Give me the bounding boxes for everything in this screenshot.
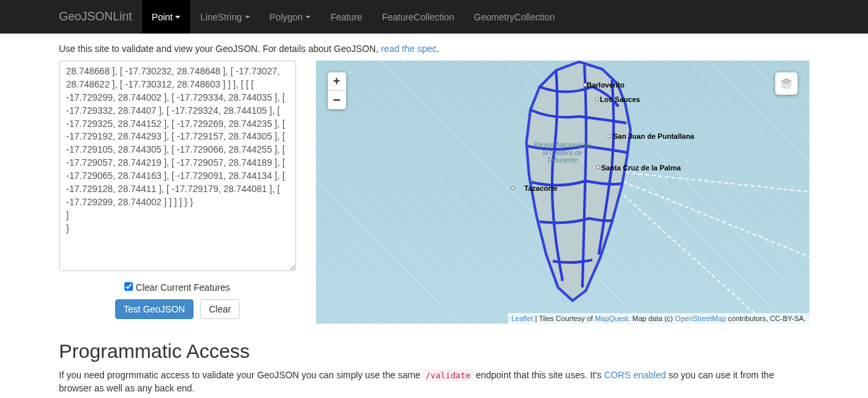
- city-dot: [607, 134, 611, 138]
- leaflet-link[interactable]: Leaflet: [511, 314, 533, 322]
- layers-button[interactable]: [775, 72, 798, 95]
- zoom-in-button[interactable]: +: [328, 72, 346, 91]
- brand[interactable]: GeoJSONLint: [49, 0, 142, 34]
- park-label: Parque Nacional de la Caldera de Taburie…: [533, 141, 592, 164]
- city-label: Barlovento: [587, 81, 625, 89]
- layers-icon: [780, 77, 793, 90]
- nav-item-featurecollection[interactable]: FeatureCollection: [372, 0, 464, 34]
- zoom-control: + −: [328, 72, 346, 109]
- city-dot: [511, 186, 515, 190]
- nav-item-polygon[interactable]: Polygon: [260, 0, 321, 34]
- map[interactable]: Parque Nacional de la Caldera de Taburie…: [316, 61, 809, 324]
- nav-item-geometrycollection[interactable]: GeometryCollection: [464, 0, 565, 34]
- cors-link[interactable]: CORS enabled: [604, 370, 666, 380]
- city-dot: [595, 97, 599, 101]
- nav-item-feature[interactable]: Feature: [320, 0, 372, 34]
- city-label: Santa Cruz de la Palma: [601, 164, 681, 172]
- mapquest-link[interactable]: MapQuest: [595, 314, 628, 322]
- validate-endpoint-code: /validate: [423, 369, 473, 382]
- chevron-down-icon: [305, 16, 311, 18]
- nav-item-point[interactable]: Point: [142, 0, 191, 34]
- navbar: GeoJSONLint Point LineString Polygon Fea…: [0, 0, 868, 34]
- city-dot: [596, 165, 600, 169]
- city-label: San Juan de Puntallana: [613, 132, 694, 140]
- city-label: Los Sauces: [600, 95, 640, 103]
- clear-features-label-wrap[interactable]: Clear Current Features: [124, 282, 230, 293]
- intro-text: Use this site to validate and view your …: [59, 43, 809, 54]
- nav-item-linestring[interactable]: LineString: [190, 0, 259, 34]
- chevron-down-icon: [245, 16, 250, 18]
- clear-features-checkbox[interactable]: [124, 282, 133, 291]
- test-geojson-button[interactable]: Test GeoJSON: [115, 299, 193, 319]
- chevron-down-icon: [175, 16, 180, 18]
- city-label: Tazacorte: [524, 184, 558, 192]
- clear-button[interactable]: Clear: [200, 299, 240, 319]
- programmatic-heading: Programmatic Access: [59, 340, 809, 362]
- read-spec-link[interactable]: read the spec: [381, 43, 437, 54]
- clear-features-label: Clear Current Features: [136, 282, 230, 293]
- programmatic-body: If you need progrmmatic access to valida…: [59, 369, 809, 395]
- map-attribution: Leaflet | Tiles Courtesy of MapQuest. Ma…: [508, 313, 809, 324]
- zoom-out-button[interactable]: −: [328, 91, 346, 109]
- geojson-textarea[interactable]: [59, 61, 296, 271]
- osm-link[interactable]: OpenStreetMap: [675, 314, 727, 322]
